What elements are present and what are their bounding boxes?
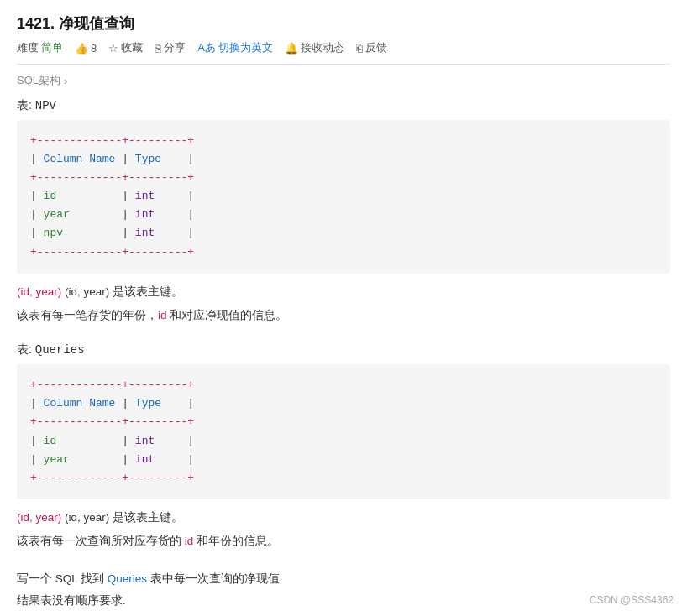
code-line: +-------------+---------+ [30,413,657,431]
table1-code: +-------------+---------+ | Column Name … [17,120,670,274]
task-line1: 写一个 SQL 找到 Queries 表中每一次查询的净现值. [17,568,670,590]
difficulty-label: 难度 简单 [17,40,63,55]
feedback-button[interactable]: ⎗ 反馈 [356,40,387,55]
like-icon: 👍 [75,42,88,55]
translate-icon: Aあ [197,40,216,55]
code-line: | id | int | [30,432,657,451]
code-line: | id | int | [30,187,657,206]
bell-icon: 🔔 [285,42,298,55]
difficulty-value[interactable]: 简单 [41,40,63,55]
table1-desc1: (id, year) (id, year) 是该表主键。 [17,282,670,302]
code-line: | npv | int | [30,224,657,243]
code-line: +-------------+---------+ [30,132,657,150]
share-icon: ⎘ [155,42,161,55]
share-button[interactable]: ⎘ 分享 [155,40,186,55]
code-line: +-------------+---------+ [30,243,657,262]
code-line: | Column Name | Type | [30,150,657,169]
like-button[interactable]: 👍 8 [75,42,97,55]
table2-desc2: 该表有每一次查询所对应存货的 id 和年份的信息。 [17,531,670,551]
table1-label: 表: NPV [17,98,670,113]
table2-name: Queries [35,343,85,357]
task-line2: 结果表没有顺序要求. [17,590,670,612]
table1-section: 表: NPV +-------------+---------+ | Colum… [17,98,670,326]
page-title: 1421. 净现值查询 [17,13,670,34]
feedback-icon: ⎗ [356,42,363,55]
table2-label: 表: Queries [17,342,670,358]
code-line: +-------------+---------+ [30,169,657,187]
table1-name: NPV [35,99,56,112]
task-line3: 查询结果的格式如下所示: [17,612,670,616]
breadcrumb-chevron: › [64,75,67,87]
task-section: 写一个 SQL 找到 Queries 表中每一次查询的净现值. 结果表没有顺序要… [17,568,670,616]
page-container: 1421. 净现值查询 难度 简单 👍 8 ☆ 收藏 ⎘ 分享 Aあ 切换为英文… [0,0,687,616]
code-line: | year | int | [30,451,657,469]
table2-desc1: (id, year) (id, year) 是该表主键。 [17,508,670,528]
code-line: +-------------+---------+ [30,469,657,488]
breadcrumb-link[interactable]: SQL架构 [17,73,60,88]
breadcrumb[interactable]: SQL架构 › [17,73,670,88]
toolbar: 难度 简单 👍 8 ☆ 收藏 ⎘ 分享 Aあ 切换为英文 🔔 接收动态 ⎗ 反馈 [17,40,670,65]
code-line: | Column Name | Type | [30,394,657,413]
table2-code: +-------------+---------+ | Column Name … [17,364,670,499]
table2-section: 表: Queries +-------------+---------+ | C… [17,342,670,551]
watermark: CSDN @SSS4362 [590,594,674,606]
code-line: | year | int | [30,206,657,224]
table1-desc2: 该表有每一笔存货的年份，id 和对应净现值的信息。 [17,305,670,326]
code-line: +-------------+---------+ [30,376,657,394]
star-icon: ☆ [108,42,118,55]
switch-lang-button[interactable]: Aあ 切换为英文 [197,40,273,55]
notify-button[interactable]: 🔔 接收动态 [285,40,344,55]
collect-button[interactable]: ☆ 收藏 [108,40,143,55]
